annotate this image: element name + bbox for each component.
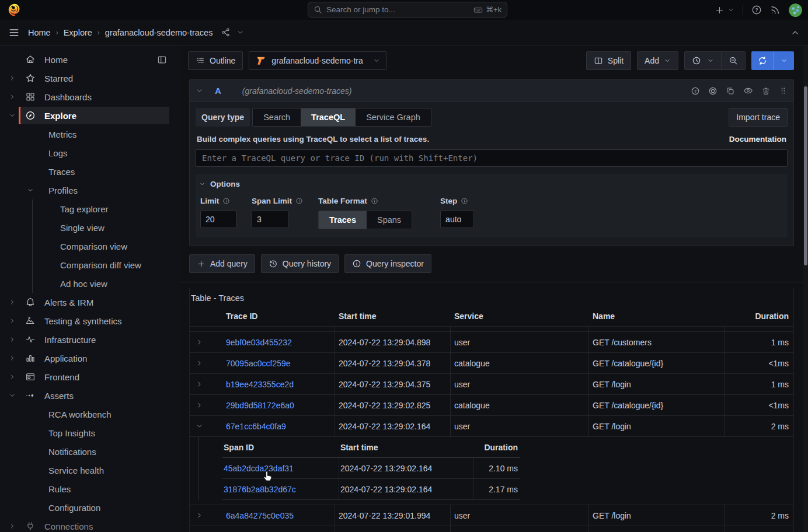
trace-id-link[interactable]: 6a4a84275c0e035 (226, 511, 294, 520)
query-type-search[interactable]: Search (253, 108, 301, 126)
chevron-down-icon[interactable] (236, 29, 244, 36)
col-duration[interactable]: Duration (725, 306, 793, 326)
chevron-right-icon[interactable] (6, 355, 19, 362)
remove-query-icon[interactable] (761, 86, 771, 96)
pane-divider[interactable] (180, 282, 803, 282)
query-inspector-button[interactable]: Query inspector (344, 254, 431, 273)
sidebar-item-metrics[interactable]: Metrics (0, 125, 180, 144)
sidebar-item-explore[interactable]: Explore (0, 106, 180, 125)
drag-handle-icon[interactable] (779, 86, 788, 95)
sidebar-item-configuration[interactable]: Configuration (0, 498, 180, 517)
traceql-query-input[interactable] (196, 149, 788, 167)
row-expander[interactable] (190, 505, 222, 526)
split-button[interactable]: Split (586, 51, 631, 70)
col-service[interactable]: Service (451, 306, 589, 326)
news-icon[interactable] (770, 5, 781, 15)
chevron-right-icon[interactable] (6, 299, 19, 306)
query-ref-id[interactable]: A (215, 86, 221, 96)
sidebar-item-alerts-irm[interactable]: Alerts & IRM (0, 293, 180, 312)
sidebar-item-notifications[interactable]: Notifications (0, 442, 180, 461)
query-row-header[interactable]: A (grafanacloud-sedemo-traces) ? (190, 80, 793, 102)
sidebar-item-tag-explorer[interactable]: Tag explorer (0, 200, 180, 218)
duplicate-query-icon[interactable] (726, 86, 735, 96)
row-expander[interactable] (190, 374, 222, 394)
search-input[interactable]: Search or jump to... ⌘+k (308, 2, 507, 18)
row-collapse-expander[interactable] (190, 416, 222, 436)
sidebar-item-top-insights[interactable]: Top Insights (0, 424, 180, 442)
add-query-button[interactable]: Add query (189, 254, 255, 273)
sidebar-item-asserts[interactable]: Asserts (0, 386, 180, 405)
sidebar-item-single-view[interactable]: Single view (0, 218, 180, 237)
query-history-button[interactable]: Query history (261, 254, 339, 273)
chevron-down-icon[interactable] (6, 392, 19, 399)
query-target-icon[interactable] (708, 86, 718, 96)
time-picker-button[interactable] (685, 52, 721, 69)
chevron-down-icon[interactable] (6, 112, 19, 119)
chevron-right-icon[interactable] (6, 523, 19, 530)
table-format-traces[interactable]: Traces (319, 211, 367, 229)
sidebar-item-testing-synthetics[interactable]: Testing & synthetics (0, 312, 180, 330)
chevron-right-icon[interactable] (6, 317, 19, 324)
span-id-link[interactable]: 45ab2dcda23daf31 (224, 464, 294, 473)
sidebar-item-traces[interactable]: Traces (0, 162, 180, 181)
trace-id-link[interactable]: 9ebf0e03d455232 (226, 338, 292, 347)
chevron-down-icon[interactable] (27, 187, 34, 194)
table-format-spans[interactable]: Spans (367, 211, 412, 229)
sidebar-item-profiles[interactable]: Profiles (0, 181, 180, 200)
page-scrollbar[interactable] (803, 46, 808, 532)
sidebar-item-frontend[interactable]: Frontend (0, 368, 180, 386)
step-input[interactable] (440, 211, 474, 228)
query-help-icon[interactable]: ? (691, 86, 700, 96)
sidebar-item-ad-hoc-view[interactable]: Ad hoc view (0, 274, 180, 293)
trace-id-link[interactable]: 29bd9d58172e6a0 (226, 401, 294, 410)
add-button[interactable]: Add (637, 51, 678, 70)
row-expander[interactable] (190, 526, 222, 532)
query-type-service-graph[interactable]: Service Graph (356, 108, 431, 126)
sidebar-item-comparison-view[interactable]: Comparison view (0, 237, 180, 256)
refresh-interval-button[interactable] (774, 51, 794, 70)
row-expander[interactable] (190, 332, 222, 352)
trace-id-link[interactable]: 70095ac0ccf259e (226, 359, 291, 368)
documentation-link[interactable]: Documentation (729, 135, 786, 144)
col-trace-id[interactable]: Trace ID (222, 306, 335, 326)
breadcrumb-explore[interactable]: Explore (64, 28, 92, 37)
grafana-logo-icon[interactable] (8, 4, 21, 16)
sidebar-item-home[interactable]: Home (0, 50, 180, 69)
span-limit-input[interactable] (252, 211, 289, 228)
dock-menu-icon[interactable] (157, 55, 167, 65)
span-id-link[interactable]: 31876b2a8b32d67c (224, 485, 296, 494)
datasource-picker[interactable]: grafanacloud-sedemo-tra (249, 51, 386, 70)
collapse-toolbar-icon[interactable] (790, 28, 800, 37)
sidebar-item-service-health[interactable]: Service health (0, 461, 180, 480)
row-expander[interactable] (190, 353, 222, 373)
zoom-out-time-button[interactable] (721, 52, 745, 69)
sidebar-item-infrastructure[interactable]: Infrastructure (0, 330, 180, 349)
help-icon[interactable]: ? (751, 5, 762, 15)
col-start-time[interactable]: Start time (335, 306, 451, 326)
chevron-down-icon[interactable] (196, 87, 203, 94)
outline-button[interactable]: Outline (188, 51, 243, 70)
sidebar-item-starred[interactable]: Starred (0, 69, 180, 88)
chevron-right-icon[interactable] (6, 373, 19, 380)
sidebar-item-logs[interactable]: Logs (0, 144, 180, 162)
limit-input[interactable] (200, 211, 236, 228)
trace-id-link[interactable]: 67e1cc6b4c0fa9 (226, 422, 286, 431)
hide-query-icon[interactable] (743, 86, 753, 96)
options-toggle[interactable]: Options (199, 180, 781, 188)
share-icon[interactable] (221, 27, 231, 37)
sidebar-item-rules[interactable]: Rules (0, 480, 180, 498)
row-expander[interactable] (190, 395, 222, 415)
refresh-button[interactable] (751, 51, 774, 70)
col-name[interactable]: Name (589, 306, 725, 326)
query-type-traceql[interactable]: TraceQL (301, 108, 356, 126)
import-trace-button[interactable]: Import trace (729, 108, 788, 127)
breadcrumb-home[interactable]: Home (28, 28, 51, 37)
scrollbar-thumb[interactable] (804, 86, 807, 265)
sidebar-item-application[interactable]: Application (0, 349, 180, 368)
sidebar-item-dashboards[interactable]: Dashboards (0, 88, 180, 106)
new-menu-button[interactable] (715, 5, 734, 15)
chevron-right-icon[interactable] (6, 93, 19, 100)
sidebar-item-connections[interactable]: Connections (0, 517, 180, 532)
chevron-right-icon[interactable] (6, 75, 19, 82)
menu-toggle-button[interactable] (8, 27, 20, 38)
